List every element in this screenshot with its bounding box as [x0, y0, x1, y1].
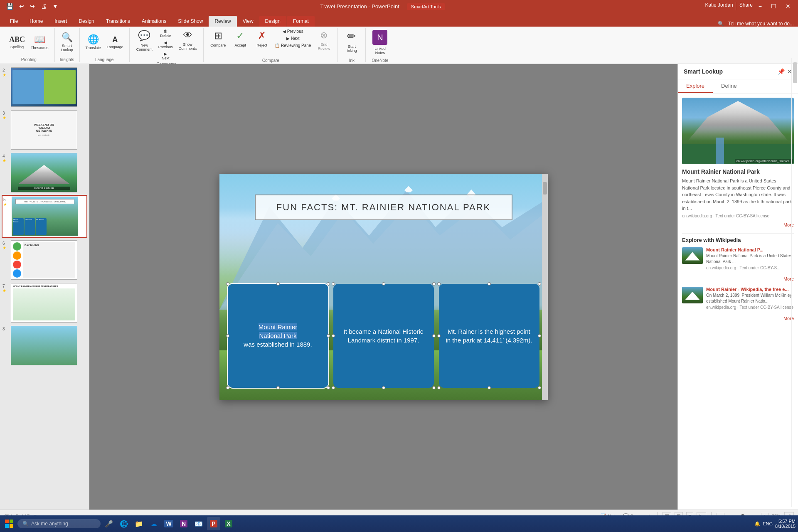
slide-thumb-7[interactable]: 7 ★ MOUNT RAINIER AVERAGE TEMPERATURES: [2, 282, 87, 323]
scroll-thumb-v[interactable]: [543, 182, 547, 195]
search-placeholder[interactable]: Tell me what you want to do...: [728, 21, 794, 27]
start-button[interactable]: [2, 517, 16, 530]
smart-lookup-scrollbar[interactable]: [791, 58, 798, 507]
user-name[interactable]: Katie Jordan: [705, 2, 733, 10]
redo-button[interactable]: ↪: [28, 2, 37, 10]
handle3-bottom-middle[interactable]: [488, 386, 491, 389]
taskbar-onedrive-icon[interactable]: ☁: [147, 517, 160, 530]
smartart-box-1[interactable]: Mount RainierNational Park was establish…: [228, 284, 328, 388]
accept-button[interactable]: ✓ Accept: [230, 28, 251, 57]
translate-button[interactable]: 🌐 Translate: [83, 34, 103, 51]
compare-button[interactable]: ⊞ Compare: [207, 28, 229, 57]
smartart-box-3[interactable]: Mt. Rainer is the highest point in the p…: [439, 284, 539, 388]
slide-thumb-3[interactable]: 3 ★ WEEKEND ORHOLIDAYGETAWAYS text conte…: [2, 109, 87, 150]
handle2-middle-right[interactable]: [432, 334, 436, 337]
explore-item-1[interactable]: Mount Rainier National P... Mount Rainie…: [682, 247, 794, 270]
slide-title-box[interactable]: FUN FACTS: MT. RAINIER NATIONAL PARK: [255, 195, 512, 220]
handle-bottom-right[interactable]: [327, 386, 330, 389]
taskbar-powerpoint-icon[interactable]: P: [207, 517, 220, 530]
taskbar-search[interactable]: 🔍 Ask me anything: [17, 519, 101, 528]
handle2-bottom-right[interactable]: [432, 386, 436, 389]
taskbar-edge-icon[interactable]: 🌐: [117, 517, 131, 530]
next-button[interactable]: ▶ Next: [157, 51, 175, 61]
handle2-top-right[interactable]: [432, 282, 436, 286]
linked-notes-button[interactable]: N LinkedNotes: [369, 28, 391, 57]
share-button[interactable]: Share: [736, 2, 753, 10]
previous-button[interactable]: ◀ Previous: [157, 39, 175, 50]
handle-middle-left[interactable]: [226, 334, 229, 337]
handle-top-right[interactable]: [327, 282, 330, 286]
smartart-area[interactable]: Mount RainierNational Park was establish…: [228, 284, 539, 388]
smart-lookup-pin-button[interactable]: 📌: [778, 68, 785, 75]
slide-thumb-8[interactable]: 8: [2, 325, 87, 366]
slide-canvas[interactable]: FUN FACTS: MT. RAINIER NATIONAL PARK Mou…: [219, 174, 548, 400]
tab-design-extra[interactable]: Design: [259, 16, 286, 27]
handle3-top-right[interactable]: [538, 282, 541, 286]
tab-insert[interactable]: Insert: [49, 16, 73, 27]
new-comment-button[interactable]: 💬 NewComment: [133, 28, 156, 57]
taskbar-mic-button[interactable]: 🎤: [102, 518, 116, 530]
minimize-button[interactable]: −: [755, 2, 765, 10]
explore-item-2[interactable]: Mount Rainier - Wikipedia, the free e...…: [682, 287, 794, 310]
handle-middle-right[interactable]: [327, 334, 330, 337]
show-comments-button[interactable]: 👁 ShowComments: [175, 28, 200, 57]
reject-button[interactable]: ✗ Reject: [251, 28, 272, 57]
slide-thumb-4[interactable]: 4 ★ MOUNT RAINIER: [2, 152, 87, 193]
thesaurus-button[interactable]: 📖 Thesaurus: [28, 34, 51, 51]
handle3-bottom-left[interactable]: [437, 386, 441, 389]
maximize-button[interactable]: ☐: [768, 2, 780, 10]
spelling-button[interactable]: ABC Spelling: [7, 34, 27, 50]
handle2-top-middle[interactable]: [382, 282, 385, 286]
smart-lookup-button[interactable]: 🔍 SmartLookup: [58, 32, 76, 53]
tab-review[interactable]: Review: [209, 16, 236, 27]
handle3-top-left[interactable]: [437, 282, 441, 286]
taskbar-outlook-icon[interactable]: 📧: [192, 517, 205, 530]
tab-define[interactable]: Define: [713, 79, 745, 93]
handle-bottom-middle[interactable]: [276, 386, 280, 389]
delete-button[interactable]: 🗑 Delete: [157, 28, 175, 39]
tab-home[interactable]: Home: [24, 16, 49, 27]
tab-explore[interactable]: Explore: [678, 79, 713, 93]
taskbar-explorer-icon[interactable]: 📁: [132, 517, 145, 530]
tab-transitions[interactable]: Transitions: [100, 16, 136, 27]
handle3-middle-left[interactable]: [437, 334, 441, 337]
smart-lookup-scroll-thumb[interactable]: [793, 62, 797, 83]
slide-thumb-5[interactable]: 5 ★ FUN FACTS: MT. RAINIER NATIONAL PARK…: [2, 195, 87, 238]
start-inking-button[interactable]: ✏ StartInking: [341, 28, 362, 57]
handle3-bottom-right[interactable]: [538, 386, 541, 389]
handle2-bottom-left[interactable]: [332, 386, 335, 389]
save-button[interactable]: 💾: [4, 2, 15, 10]
tab-format-extra[interactable]: Format: [287, 16, 315, 27]
explore-link-1[interactable]: Mount Rainier National P...: [706, 247, 794, 252]
handle2-top-left[interactable]: [332, 282, 335, 286]
language-button[interactable]: A Language: [104, 34, 126, 50]
handle2-bottom-middle[interactable]: [382, 386, 385, 389]
taskbar-excel-icon[interactable]: X: [222, 517, 235, 530]
taskbar-search-placeholder[interactable]: Ask me anything: [31, 521, 68, 527]
handle-top-middle[interactable]: [276, 282, 280, 286]
handle3-middle-right[interactable]: [538, 334, 541, 337]
handle2-middle-left[interactable]: [332, 334, 335, 337]
undo-button[interactable]: ↩: [17, 2, 26, 10]
slide-thumb-2[interactable]: 2 ★: [2, 66, 87, 108]
vertical-scrollbar[interactable]: [542, 174, 548, 400]
tab-design[interactable]: Design: [73, 16, 100, 27]
close-button[interactable]: ✕: [782, 2, 794, 10]
handle-bottom-left[interactable]: [226, 386, 229, 389]
handle3-top-middle[interactable]: [488, 282, 491, 286]
wiki-more-button[interactable]: More: [682, 222, 794, 227]
taskbar-notifications[interactable]: 🔔: [754, 521, 760, 527]
tab-view[interactable]: View: [237, 16, 259, 27]
canvas-area[interactable]: FUN FACTS: MT. RAINIER NATIONAL PARK Mou…: [89, 64, 677, 510]
tab-file[interactable]: File: [4, 16, 24, 27]
smartart-box-2[interactable]: It became a National Historic Landmark d…: [333, 284, 434, 388]
explore-link-2[interactable]: Mount Rainier - Wikipedia, the free e...: [706, 287, 794, 292]
tab-slideshow[interactable]: Slide Show: [172, 16, 209, 27]
tab-animations[interactable]: Animations: [136, 16, 172, 27]
taskbar-word-icon[interactable]: W: [162, 517, 175, 530]
taskbar-onenote-icon[interactable]: N: [177, 517, 190, 530]
customize-button[interactable]: ▼: [50, 2, 60, 10]
print-button[interactable]: 🖨: [39, 2, 49, 10]
slide-thumb-6[interactable]: 6 ★ DAY HIKING: [2, 239, 87, 281]
handle-top-left[interactable]: [226, 282, 229, 286]
